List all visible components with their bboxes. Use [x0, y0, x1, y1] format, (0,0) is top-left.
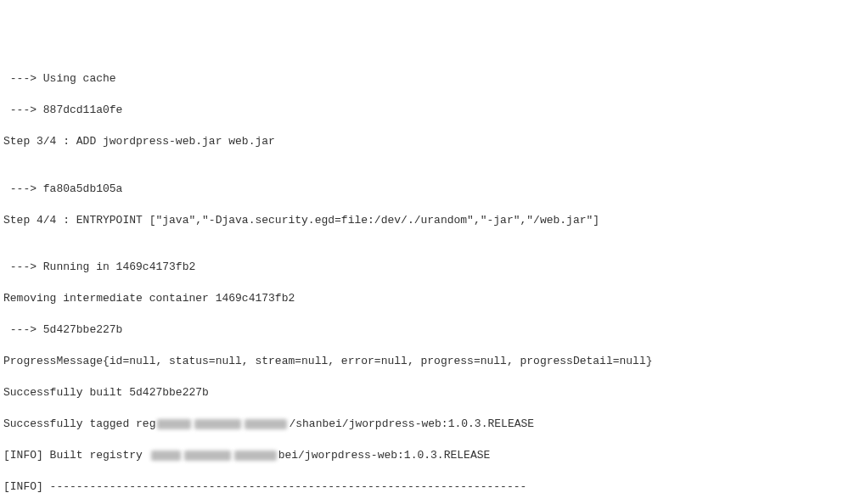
redacted-block [151, 451, 181, 461]
log-line-step4: Step 4/4 : ENTRYPOINT ["java","-Djava.se… [3, 213, 846, 229]
log-line-built: Successfully built 5d427bbe227b [3, 385, 846, 401]
log-line-hash3: ---> 5d427bbe227b [3, 322, 846, 339]
log-line-cache: ---> Using cache [3, 71, 846, 87]
log-line-step3: Step 3/4 : ADD jwordpress-web.jar web.ja… [3, 134, 846, 150]
redacted-block [194, 419, 241, 429]
log-line-hash: ---> 887dcd11a0fe [3, 103, 846, 119]
log-line-hash2: ---> fa80a5db105a [3, 182, 846, 198]
log-text: Successfully tagged reg [3, 417, 155, 430]
log-line-progress: ProgressMessage{id=null, status=null, st… [3, 354, 846, 370]
redacted-block [184, 451, 231, 461]
redacted-block [245, 419, 287, 429]
log-line-running: ---> Running in 1469c4173fb2 [3, 260, 846, 276]
log-line-removing: Removing intermediate container 1469c417… [3, 291, 846, 307]
log-text: bei/jworpdress-web:1.0.3.RELEASE [278, 449, 491, 462]
log-line-sep: [INFO] ---------------------------------… [3, 479, 846, 496]
redacted-block [234, 451, 277, 461]
redacted-block [157, 419, 191, 429]
log-line-tagged: Successfully tagged reg/shanbei/jworpdre… [3, 417, 846, 433]
log-text: [INFO] Built registry [3, 449, 149, 462]
log-text: /shanbei/jworpdress-web:1.0.3.RELEASE [289, 417, 534, 430]
log-line-registry: [INFO] Built registry bei/jworpdress-web… [3, 448, 846, 464]
